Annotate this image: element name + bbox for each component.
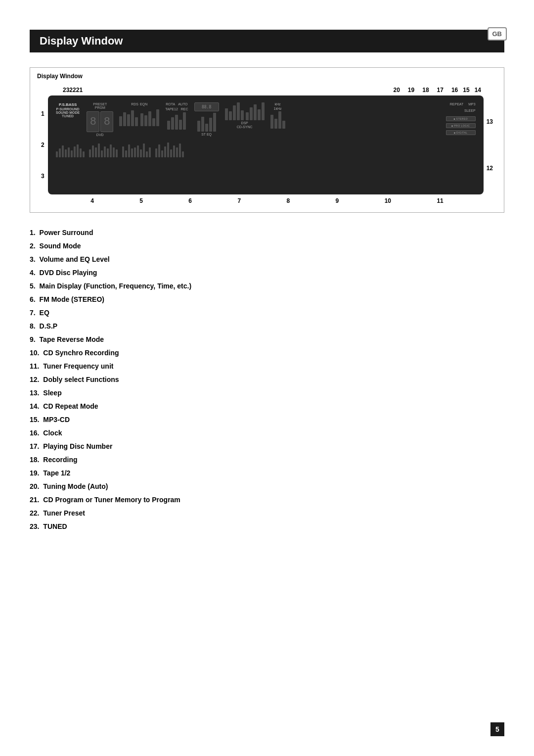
vr9 <box>146 151 148 157</box>
num-4: 4 <box>90 197 94 204</box>
vb6 <box>71 150 73 157</box>
vfr8 <box>176 147 178 157</box>
vr10 <box>149 147 151 157</box>
diagram-title: Display Window <box>37 73 83 80</box>
display-box: P.S.BASS P·SURROUND SOUND MODE TUNED PRE… <box>48 95 484 194</box>
bar-6 <box>140 113 143 126</box>
diagram-container: Display Window 23 22 21 20 19 18 17 16 1… <box>30 67 504 213</box>
list-item-17: 17. Playing Disc Number <box>30 441 504 452</box>
num-19: 19 <box>408 87 414 94</box>
b4 <box>179 120 182 130</box>
vbars-mid <box>89 143 118 157</box>
vb1 <box>56 151 58 157</box>
vb7 <box>74 146 76 157</box>
page-num-box: 5 <box>490 722 504 736</box>
list-item-3: 3. Volume and EQ Level <box>30 254 504 265</box>
dsp-area: DSP CD-SYNC <box>225 102 265 129</box>
vb3 <box>62 145 64 157</box>
vr6 <box>137 145 139 157</box>
vm3 <box>95 147 97 157</box>
num-14: 14 <box>475 87 481 94</box>
digital-indicator: ■ DIGITAL <box>446 130 476 135</box>
d5 <box>241 110 244 120</box>
stereo-indicator: ■ STEREO <box>446 116 476 121</box>
bar-9 <box>152 118 155 126</box>
vr1 <box>122 146 124 157</box>
bar-3 <box>127 114 130 126</box>
main-display-segments: RDS EQN <box>119 102 159 126</box>
num-10: 10 <box>385 197 391 204</box>
list-item-16: 16. Clock <box>30 428 504 438</box>
vfr9 <box>179 143 181 157</box>
digit-2: 8 <box>100 111 113 132</box>
bar-group-7 <box>270 111 285 129</box>
list-item-12: 12. Dobly select Functions <box>30 375 504 385</box>
vfr6 <box>170 149 172 157</box>
bar-2 <box>123 112 126 126</box>
digit-1: 8 <box>87 111 99 132</box>
vm7 <box>107 148 109 157</box>
list-item-9: 9. Tape Reverse Mode <box>30 334 504 345</box>
vm5 <box>101 150 103 157</box>
vr4 <box>131 148 133 157</box>
b1 <box>167 121 170 130</box>
vfr4 <box>164 146 166 157</box>
list-item-14: 14. CD Repeat Mode <box>30 401 504 412</box>
vm4 <box>98 143 100 157</box>
right-indicators: REPEAT MP3 SLEEP ■ STEREO <box>446 102 476 135</box>
vb2 <box>59 148 61 157</box>
list-item-2: 2. Sound Mode <box>30 241 504 251</box>
freq-display: 88.8 <box>194 102 219 111</box>
vm2 <box>92 145 94 157</box>
c5 <box>213 113 216 132</box>
vfr5 <box>167 142 169 157</box>
bar-group-4 <box>197 113 216 132</box>
volume-bars <box>56 142 184 157</box>
display-row-2 <box>56 142 476 157</box>
vb10 <box>83 151 85 157</box>
rota-auto-area: ROTA AUTO TAPE12 REC <box>165 102 188 130</box>
numbers-top-row: 23 22 21 20 19 18 17 16 15 14 <box>38 87 496 94</box>
f3 <box>278 111 281 129</box>
bar-8 <box>148 111 151 126</box>
page-number-area: 5 <box>488 722 504 736</box>
vb8 <box>77 144 79 157</box>
list-item-1: 1. Power Surround <box>30 228 504 238</box>
side-label-2: 2 <box>41 142 45 148</box>
vb9 <box>80 148 82 157</box>
list-item-22: 22. Tuner Preset <box>30 508 504 519</box>
num-5: 5 <box>139 197 143 204</box>
bar-group-6 <box>246 102 265 120</box>
f4 <box>282 121 285 129</box>
f2 <box>274 119 277 129</box>
list-item-15: 15. MP3-CD <box>30 415 504 425</box>
vfr3 <box>161 150 163 157</box>
section-title: Display Window <box>40 35 123 47</box>
list-item-21: 21. CD Program or Tuner Memory to Progra… <box>30 495 504 505</box>
gb-badge: GB <box>488 27 507 41</box>
num-8: 8 <box>287 197 290 204</box>
side-label-3: 3 <box>41 173 45 180</box>
num-7: 7 <box>237 197 241 204</box>
num-20: 20 <box>393 87 400 94</box>
vr8 <box>143 143 145 157</box>
vb5 <box>68 147 70 157</box>
vm10 <box>116 149 118 157</box>
list-item-19: 19. Tape 1/2 <box>30 468 504 478</box>
list-item-10: 10. CD Synchro Recording <box>30 348 504 358</box>
vb4 <box>65 149 67 157</box>
list-item-23: 23. TUNED <box>30 521 504 532</box>
d1 <box>225 108 228 120</box>
numbers-bottom-row: 4 5 6 7 8 9 10 11 <box>38 197 496 204</box>
bar-1 <box>119 116 122 126</box>
items-list: 1. Power Surround 2. Sound Mode 3. Volum… <box>30 228 504 535</box>
b2 <box>171 117 174 130</box>
vfr1 <box>155 148 157 157</box>
list-item-8: 8. D.S.P <box>30 321 504 331</box>
vfr7 <box>173 145 175 157</box>
f1 <box>270 115 273 129</box>
vr3 <box>128 144 130 157</box>
display-row-1: P.S.BASS P·SURROUND SOUND MODE TUNED PRE… <box>56 102 476 137</box>
bar-5 <box>135 117 138 126</box>
d2 <box>229 111 232 120</box>
